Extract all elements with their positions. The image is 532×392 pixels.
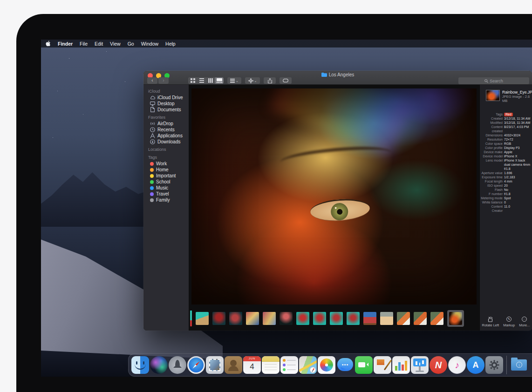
downloads-folder-dock-icon[interactable]: ↓ — [510, 356, 528, 374]
menu-item-view[interactable]: View — [110, 41, 121, 47]
thumbnail-rainbow-eye[interactable] — [449, 312, 462, 325]
thumbnail[interactable] — [246, 312, 259, 325]
presentation-board-icon — [413, 358, 426, 366]
thumbnail-selected[interactable] — [447, 310, 464, 327]
sidebar-tag-home[interactable]: Home — [143, 167, 189, 173]
menu-item-window[interactable]: Window — [141, 41, 158, 47]
menu-item-file[interactable]: File — [80, 41, 88, 47]
tag-badge[interactable]: Red — [504, 113, 513, 116]
icon-view-grid[interactable] — [188, 77, 197, 84]
forward-button[interactable]: › — [158, 77, 169, 84]
metadata-row: Lens modeliPhone X back dual camera 4mm … — [480, 158, 532, 171]
sidebar-tag-work[interactable]: Work — [143, 161, 189, 167]
gear-icon — [489, 360, 499, 370]
thumbnail[interactable] — [363, 312, 376, 325]
facetime-dock-icon[interactable] — [355, 356, 373, 374]
safari-dock-icon[interactable] — [187, 356, 205, 374]
back-button[interactable]: ‹ — [147, 77, 157, 84]
thumbnail[interactable] — [313, 312, 326, 325]
sidebar-section-tags: Tags — [143, 153, 189, 161]
notes-dock-icon[interactable] — [262, 356, 280, 374]
icon-view-gallery[interactable] — [215, 77, 224, 84]
calendar-dock-icon[interactable]: JUN 4 — [243, 356, 261, 374]
gallery-content — [189, 85, 479, 331]
metadata-row: Content created8/23/17, 4:03 PM — [480, 125, 532, 133]
photos-dock-icon[interactable] — [318, 356, 335, 374]
sidebar-item-desktop[interactable]: Desktop — [143, 101, 189, 107]
sidebar-tag-family[interactable]: Family — [143, 197, 189, 203]
launchpad-dock-icon[interactable] — [169, 356, 186, 374]
flower-icon — [320, 358, 333, 372]
tag-button[interactable] — [280, 77, 292, 84]
sidebar-tag-travel[interactable]: Travel — [143, 191, 189, 197]
apple-menu-icon[interactable] — [46, 41, 51, 47]
thumbnail[interactable] — [330, 312, 343, 325]
messages-dock-icon[interactable]: ••• — [336, 356, 354, 374]
music-note-icon: ♪ — [455, 360, 459, 371]
thumbnail[interactable] — [196, 312, 209, 325]
markup-button[interactable]: ✎ Markup — [503, 316, 515, 327]
icon-view-columns[interactable] — [206, 77, 215, 84]
calendar-month: JUN — [243, 356, 261, 361]
mail-dock-icon[interactable] — [206, 356, 224, 374]
metadata-row: Dimensions4032×3024 — [480, 133, 532, 137]
group-button[interactable]: ⌄ — [227, 77, 241, 84]
sidebar-tag-school[interactable]: School — [143, 179, 189, 185]
sidebar-item-icloud-drive[interactable]: iCloud Drive — [143, 95, 189, 101]
thumbnail[interactable] — [229, 312, 242, 325]
icon-view-list[interactable] — [197, 77, 206, 84]
thumbnail[interactable] — [263, 312, 276, 325]
reminders-dock-icon[interactable] — [280, 356, 298, 374]
menu-app-name[interactable]: Finder — [58, 41, 73, 47]
thumbnail[interactable] — [212, 312, 225, 325]
contacts-dock-icon[interactable] — [225, 356, 242, 374]
menu-item-help[interactable]: Help — [165, 41, 176, 47]
thumbnail[interactable] — [280, 312, 293, 325]
desktop-screen: Finder File Edit View Go Window Help Los… — [41, 40, 532, 377]
metadata-row: Metering modeSpot — [480, 196, 532, 200]
action-gear-button[interactable]: ⌄ — [245, 77, 260, 84]
document-image-icon — [377, 359, 384, 365]
siri-dock-icon[interactable] — [150, 356, 168, 374]
window-titlebar[interactable]: Los Angeles ‹ › — [143, 71, 532, 85]
maps-dock-icon[interactable] — [299, 356, 317, 374]
news-dock-icon[interactable]: N — [430, 356, 447, 374]
thumbnail[interactable] — [414, 312, 427, 325]
thumbnail[interactable] — [380, 312, 393, 325]
sidebar-item-recents[interactable]: Recents — [143, 127, 189, 133]
menu-item-go[interactable]: Go — [128, 41, 134, 47]
tag-dot-red — [150, 162, 154, 166]
search-field[interactable]: Search — [458, 77, 529, 84]
thumbnail[interactable] — [397, 312, 410, 325]
sidebar-tag-important[interactable]: Important — [143, 173, 189, 179]
sidebar-item-airdrop[interactable]: AirDrop — [143, 121, 189, 127]
sidebar-item-downloads[interactable]: Downloads — [143, 139, 189, 145]
tag-dot-purple — [150, 192, 154, 196]
metadata-row: ISO speed20 — [480, 183, 532, 188]
system-preferences-dock-icon[interactable] — [485, 356, 503, 374]
marketing-canvas: Finder File Edit View Go Window Help Los… — [0, 0, 532, 392]
thumbnail-partial[interactable] — [190, 311, 192, 326]
itunes-dock-icon[interactable]: ♪ — [448, 356, 466, 374]
metadata-row: F numberf/1.8 — [480, 192, 532, 196]
sidebar-item-documents[interactable]: Documents — [143, 107, 189, 113]
thumbnail[interactable] — [347, 312, 360, 325]
person-icon — [230, 360, 237, 366]
sidebar-item-applications[interactable]: Applications — [143, 133, 189, 139]
thumbnail-strip[interactable] — [189, 306, 479, 331]
metadata-row: Focal length4 mm — [480, 179, 532, 183]
thumbnail[interactable] — [430, 312, 443, 325]
sidebar-tag-music[interactable]: Music — [143, 185, 189, 191]
thumbnail[interactable] — [296, 312, 309, 325]
finder-dock-icon[interactable] — [131, 356, 149, 374]
rotate-left-button[interactable]: Rotate Left — [482, 316, 499, 327]
downloads-icon — [150, 139, 155, 144]
app-store-dock-icon[interactable]: A — [467, 356, 484, 374]
more-button[interactable]: ⋯ More... — [519, 316, 530, 327]
menu-item-edit[interactable]: Edit — [95, 41, 103, 47]
finder-sidebar: iCloud iCloud Drive Desktop Documents Fa… — [143, 85, 189, 331]
pages-dock-icon[interactable] — [374, 356, 391, 374]
numbers-dock-icon[interactable] — [392, 356, 410, 374]
keynote-dock-icon[interactable] — [411, 356, 429, 374]
share-button[interactable] — [264, 77, 276, 84]
